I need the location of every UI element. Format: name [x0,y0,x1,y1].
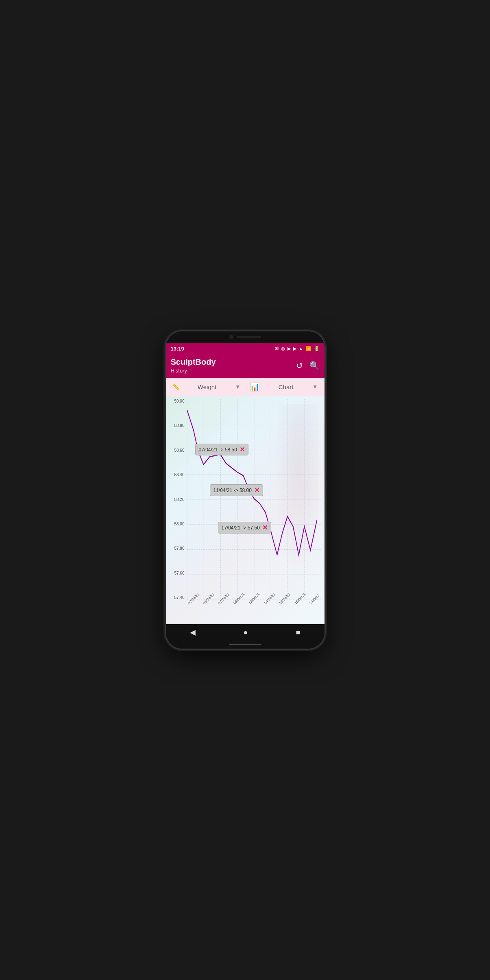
x-axis-labels: 02/04/21 05/04/21 07/04/21 09/04/21 12/0… [187,601,321,624]
chart-svg [187,399,321,600]
camera [229,335,233,339]
tooltip-2-close[interactable]: ✕ [254,486,259,494]
bottom-bar [229,644,261,645]
status-time: 13:19 [171,346,184,352]
chart-svg-container [187,399,321,600]
battery-icon: 🔋 [314,346,320,351]
y-label-3: 58.40 [166,473,186,477]
signal-icon: 📶 [306,346,311,351]
tooltip-2-text: 11/04/21 -> 58.00 [213,488,252,493]
app-bar-top: SculptBody History ↺ 🔍 [171,357,320,374]
y-label-8: 57.40 [166,595,186,600]
play-icon-1: ▶ [287,346,291,351]
y-label-1: 58.80 [166,423,186,428]
chart-dropdown-arrow: ▼ [312,383,318,390]
y-label-6: 57.80 [166,546,186,551]
y-label-7: 57.60 [166,571,186,575]
tooltip-3-text: 17/04/21 -> 57.50 [222,525,260,531]
tooltip-1[interactable]: 07/04/21 -> 58.50 ✕ [195,444,248,455]
nav-home-button[interactable]: ● [244,628,248,637]
weight-dropdown-arrow: ▼ [235,383,241,390]
chart-area: 59.00 58.80 58.60 58.40 58.20 58.00 57.8… [166,396,324,624]
tooltip-1-text: 07/04/21 -> 58.50 [199,447,237,453]
chart-label: Chart [261,383,311,390]
y-label-2: 58.60 [166,448,186,453]
status-icons: ✉ ◎ ▶ ▶ ▲ 📶 🔋 [275,346,320,351]
tooltip-1-close[interactable]: ✕ [240,446,245,453]
y-label-4: 58.20 [166,497,186,502]
back-icon[interactable]: ↺ [296,361,303,370]
weight-dropdown[interactable]: 📏 Weight ▼ [169,382,244,392]
mail-icon: ✉ [275,346,279,351]
toolbar: 📏 Weight ▼ 📊 Chart ▼ [166,378,324,396]
weight-label: Weight [181,383,233,390]
phone-bottom-bezel [166,640,324,649]
tooltip-3[interactable]: 17/04/21 -> 57.50 ✕ [218,522,271,534]
nav-back-button[interactable]: ◀ [190,628,196,637]
chart-icon: 📊 [250,382,260,392]
y-label-5: 58.00 [166,522,186,526]
tooltip-3-close[interactable]: ✕ [262,524,268,531]
app-title-group: SculptBody History [171,357,216,374]
speaker [237,336,261,338]
search-icon[interactable]: 🔍 [309,361,320,370]
app-title: SculptBody [171,357,216,367]
y-label-0: 59.00 [166,399,186,403]
app-bar-actions: ↺ 🔍 [296,361,320,370]
play-icon-2: ▶ [293,346,296,351]
weight-icon: 📏 [172,383,179,390]
phone-frame: 13:19 ✉ ◎ ▶ ▶ ▲ 📶 🔋 SculptBody History ↺… [166,331,324,649]
nav-bar: ◀ ● ■ [166,624,324,640]
app-subtitle: History [171,368,216,374]
tooltip-2[interactable]: 11/04/21 -> 58.00 ✕ [210,484,263,496]
y-axis-labels: 59.00 58.80 58.60 58.40 58.20 58.00 57.8… [166,399,186,600]
phone-top-bezel [166,331,324,343]
nav-recent-button[interactable]: ■ [296,628,301,637]
wifi-icon: ▲ [299,346,303,351]
podcast-icon: ◎ [281,346,285,351]
status-bar: 13:19 ✉ ◎ ▶ ▶ ▲ 📶 🔋 [166,343,324,354]
app-bar: SculptBody History ↺ 🔍 [166,354,324,378]
chart-dropdown[interactable]: 📊 Chart ▼ [246,380,321,393]
